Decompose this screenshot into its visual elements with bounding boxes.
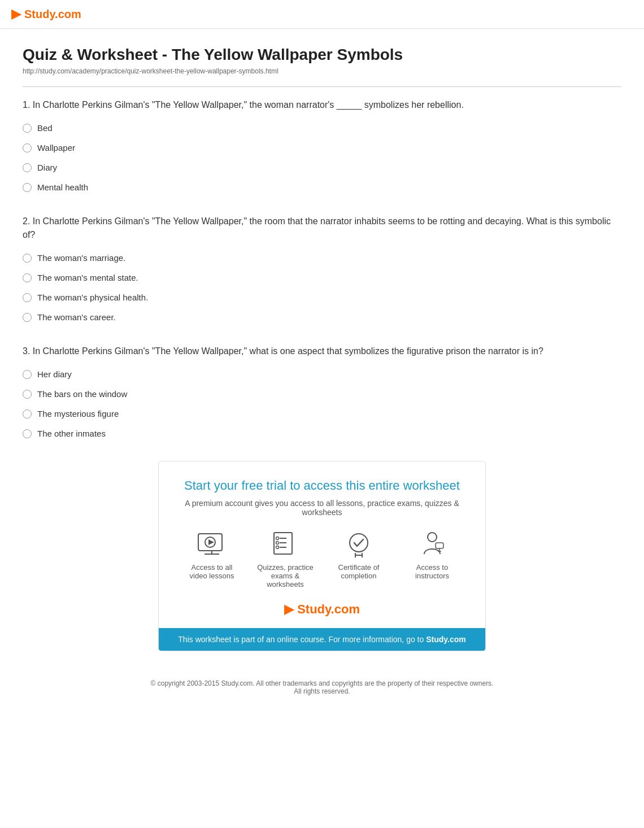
radio-3-1[interactable] [23,370,32,379]
question-2: 2. In Charlotte Perkins Gilman's "The Ye… [23,215,621,322]
promo-subtitle: A premium account gives you access to al… [181,499,463,517]
answer-label-3-1: Her diary [37,369,72,379]
svg-point-12 [350,534,368,552]
footer-rights: All rights reserved. [34,687,610,695]
answer-label-3-3: The mysterious figure [37,409,119,419]
answer-1-2[interactable]: Wallpaper [23,143,621,152]
promo-box: Start your free trial to access this ent… [158,461,486,651]
svg-rect-17 [436,543,443,548]
radio-2-4[interactable] [23,313,32,322]
radio-3-2[interactable] [23,390,32,399]
site-logo[interactable]: ▶ Study.com [11,7,633,21]
answer-3-2[interactable]: The bars on the window [23,389,621,399]
question-3: 3. In Charlotte Perkins Gilman's "The Ye… [23,345,621,438]
feature-quizzes-label: Quizzes, practice exams & worksheets [257,563,314,589]
feature-video-label: Access to all video lessons [184,563,240,580]
answer-label-1-2: Wallpaper [37,143,75,152]
question-1-text: 1. In Charlotte Perkins Gilman's "The Ye… [23,98,621,112]
answer-1-1[interactable]: Bed [23,123,621,133]
promo-banner: This worksheet is part of an online cour… [159,628,485,651]
radio-2-1[interactable] [23,254,32,263]
promo-logo: ▶ Study.com [181,602,463,617]
radio-1-3[interactable] [23,163,32,172]
answer-2-1[interactable]: The woman's marriage. [23,253,621,263]
site-header: ▶ Study.com [0,0,644,29]
radio-3-4[interactable] [23,429,32,438]
answer-2-2[interactable]: The woman's mental state. [23,273,621,282]
answer-label-2-2: The woman's mental state. [37,273,138,282]
feature-quizzes: Quizzes, practice exams & worksheets [257,530,314,589]
logo-icon: ▶ [11,7,21,21]
page-title: Quiz & Worksheet - The Yellow Wallpaper … [23,46,621,64]
answer-label-3-4: The other inmates [37,429,106,438]
answer-3-3[interactable]: The mysterious figure [23,409,621,419]
answer-1-4[interactable]: Mental health [23,182,621,192]
radio-1-1[interactable] [23,124,32,133]
answer-label-2-3: The woman's physical health. [37,293,148,302]
radio-3-3[interactable] [23,409,32,419]
feature-instructors-label: Access to instructors [404,563,460,580]
radio-1-2[interactable] [23,143,32,152]
svg-point-11 [276,546,279,549]
radio-1-4[interactable] [23,183,32,192]
footer-copyright: © copyright 2003-2015 Study.com. All oth… [34,679,610,687]
svg-point-9 [276,542,279,544]
answer-label-1-3: Diary [37,163,57,172]
header-divider [23,86,621,87]
radio-2-3[interactable] [23,293,32,302]
answer-2-3[interactable]: The woman's physical health. [23,293,621,302]
question-2-text: 2. In Charlotte Perkins Gilman's "The Ye… [23,215,621,242]
answer-1-3[interactable]: Diary [23,163,621,172]
answer-label-2-4: The woman's career. [37,312,116,322]
answer-3-4[interactable]: The other inmates [23,429,621,438]
page-url: http://study.com/academy/practice/quiz-w… [23,67,621,75]
quizzes-icon [269,530,301,559]
promo-logo-text: Study.com [297,602,360,616]
answer-3-1[interactable]: Her diary [23,369,621,379]
svg-point-16 [428,533,437,542]
logo-text: Study.com [24,8,81,21]
certificate-icon [343,530,375,559]
answer-label-2-1: The woman's marriage. [37,253,125,263]
answer-label-1-4: Mental health [37,182,88,192]
svg-point-7 [276,537,279,540]
feature-certificate: Certificate of completion [330,530,387,589]
footer: © copyright 2003-2015 Study.com. All oth… [23,668,621,707]
svg-marker-2 [208,539,214,545]
question-1: 1. In Charlotte Perkins Gilman's "The Ye… [23,98,621,192]
answer-label-1-1: Bed [37,123,53,133]
feature-video: Access to all video lessons [184,530,240,589]
answer-2-4[interactable]: The woman's career. [23,312,621,322]
promo-title: Start your free trial to access this ent… [181,478,463,493]
instructors-icon [416,530,448,559]
radio-2-2[interactable] [23,273,32,282]
video-icon [196,530,228,559]
feature-certificate-label: Certificate of completion [330,563,387,580]
promo-banner-link[interactable]: Study.com [426,635,466,644]
promo-features: Access to all video lessons Quizzes, pr [181,530,463,589]
answer-label-3-2: The bars on the window [37,389,127,399]
feature-instructors: Access to instructors [404,530,460,589]
promo-banner-text: This worksheet is part of an online cour… [178,635,424,644]
main-content: Quiz & Worksheet - The Yellow Wallpaper … [0,29,644,724]
question-3-text: 3. In Charlotte Perkins Gilman's "The Ye… [23,345,621,358]
promo-logo-icon: ▶ [284,602,294,616]
